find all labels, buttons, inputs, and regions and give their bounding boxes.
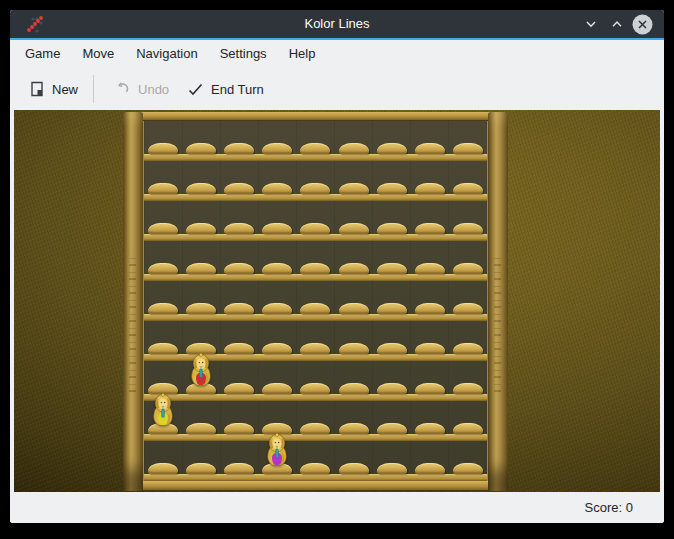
board-cell[interactable] [335, 201, 373, 241]
board-cell[interactable] [144, 441, 182, 481]
board-row-cells [144, 361, 487, 401]
board-cell[interactable] [182, 361, 220, 401]
board-cell[interactable] [335, 121, 373, 161]
board-cell[interactable] [449, 121, 487, 161]
board-cell[interactable] [411, 441, 449, 481]
cell-pedestal [300, 343, 330, 354]
cell-pedestal [377, 303, 407, 314]
board-cell[interactable] [373, 201, 411, 241]
board-cell[interactable] [296, 321, 334, 361]
board-cell[interactable] [373, 401, 411, 441]
board-cell[interactable] [411, 201, 449, 241]
board-cell[interactable] [144, 321, 182, 361]
board-cell[interactable] [335, 161, 373, 201]
board-cell[interactable] [182, 441, 220, 481]
board-cell[interactable] [258, 241, 296, 281]
cell-pedestal [339, 263, 369, 274]
menu-item-game[interactable]: Game [14, 40, 71, 68]
board-cell[interactable] [411, 401, 449, 441]
board-cell[interactable] [182, 161, 220, 201]
board-cell[interactable] [373, 321, 411, 361]
board-cell[interactable] [220, 441, 258, 481]
board-cell[interactable] [449, 441, 487, 481]
end-turn-button[interactable]: End Turn [178, 75, 273, 103]
board-cell[interactable] [449, 161, 487, 201]
board-cell[interactable] [449, 321, 487, 361]
board-cell[interactable] [449, 201, 487, 241]
board-cell[interactable] [411, 321, 449, 361]
titlebar[interactable]: Kolor Lines [10, 10, 664, 38]
board-cell[interactable] [449, 241, 487, 281]
board-cell[interactable] [296, 361, 334, 401]
menu-item-help[interactable]: Help [278, 40, 327, 68]
close-button[interactable] [632, 14, 653, 35]
board-cell[interactable] [296, 121, 334, 161]
board-cell[interactable] [182, 121, 220, 161]
board-cell[interactable] [220, 361, 258, 401]
board-cell[interactable] [335, 281, 373, 321]
board-cell[interactable] [258, 121, 296, 161]
board-cell[interactable] [449, 361, 487, 401]
menu-item-navigation[interactable]: Navigation [125, 40, 208, 68]
board-cell[interactable] [335, 241, 373, 281]
board-cell[interactable] [373, 241, 411, 281]
board-cell[interactable] [411, 361, 449, 401]
board-cell[interactable] [296, 201, 334, 241]
board-cell[interactable] [411, 281, 449, 321]
board-cell[interactable] [296, 161, 334, 201]
board-cell[interactable] [182, 201, 220, 241]
board-cell[interactable] [220, 401, 258, 441]
board-cell[interactable] [144, 401, 182, 441]
board-cell[interactable] [411, 121, 449, 161]
toolbar-separator [93, 75, 94, 103]
board-cell[interactable] [220, 321, 258, 361]
board-cell[interactable] [182, 281, 220, 321]
board-cell[interactable] [144, 121, 182, 161]
app-window: Kolor Lines Game Move Navigation Setting… [10, 10, 664, 523]
game-piece-yellow[interactable] [148, 393, 178, 427]
undo-button[interactable]: Undo [106, 75, 178, 103]
cell-pedestal [453, 423, 483, 434]
board-cell[interactable] [144, 161, 182, 201]
board-cell[interactable] [296, 441, 334, 481]
board-cell[interactable] [411, 241, 449, 281]
board-cell[interactable] [220, 201, 258, 241]
board-cell[interactable] [411, 161, 449, 201]
minimize-button[interactable] [580, 14, 601, 35]
game-piece-purple[interactable] [262, 433, 292, 467]
board-cell[interactable] [373, 161, 411, 201]
board-cell[interactable] [258, 201, 296, 241]
board-cell[interactable] [182, 241, 220, 281]
board-cell[interactable] [144, 201, 182, 241]
board-cell[interactable] [335, 321, 373, 361]
menu-item-settings[interactable]: Settings [209, 40, 278, 68]
board-cell[interactable] [335, 441, 373, 481]
board-cell[interactable] [335, 361, 373, 401]
board-cell[interactable] [373, 121, 411, 161]
board-cell[interactable] [144, 281, 182, 321]
board-cell[interactable] [373, 441, 411, 481]
board-cell[interactable] [296, 281, 334, 321]
board-cell[interactable] [258, 321, 296, 361]
board-cell[interactable] [258, 281, 296, 321]
new-game-button[interactable]: New [20, 75, 87, 103]
board-cell[interactable] [449, 281, 487, 321]
board-cell[interactable] [258, 441, 296, 481]
board-cell[interactable] [449, 401, 487, 441]
board-cell[interactable] [296, 241, 334, 281]
board-cell[interactable] [296, 401, 334, 441]
menu-item-move[interactable]: Move [71, 40, 125, 68]
board-cell[interactable] [220, 281, 258, 321]
board-cell[interactable] [220, 121, 258, 161]
board-cell[interactable] [144, 241, 182, 281]
board-cell[interactable] [182, 401, 220, 441]
board-cell[interactable] [373, 361, 411, 401]
board-cell[interactable] [220, 241, 258, 281]
board-cell[interactable] [258, 161, 296, 201]
board-cell[interactable] [335, 401, 373, 441]
board-cell[interactable] [258, 361, 296, 401]
board-cell[interactable] [220, 161, 258, 201]
game-piece-red[interactable] [186, 353, 216, 387]
maximize-button[interactable] [606, 14, 627, 35]
board-cell[interactable] [373, 281, 411, 321]
